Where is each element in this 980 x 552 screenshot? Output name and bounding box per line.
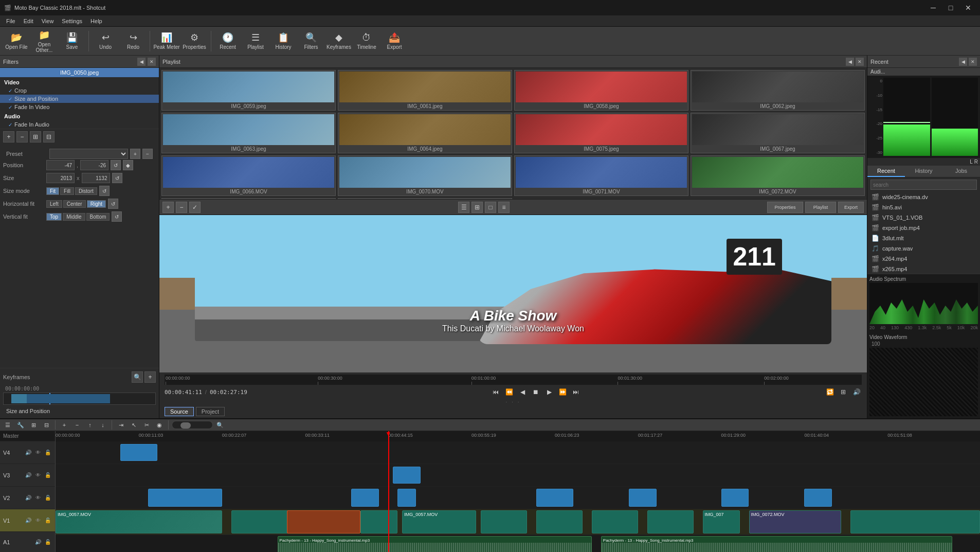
toolbar-filters[interactable]: 🔍 Filters xyxy=(298,28,324,54)
filter-fade-in-video[interactable]: ✓ Fade In Video xyxy=(0,103,159,111)
recent-item-2[interactable]: 🎬 VTS_01_1.VOB xyxy=(867,212,980,223)
recent-panel-shrink[interactable]: ◀ xyxy=(959,58,967,66)
playlist-item-1[interactable]: IMG_0061.jpeg xyxy=(338,70,512,111)
v1-clip-10[interactable]: IMG_0072.MOV xyxy=(749,510,842,533)
pl-properties-btn[interactable]: Properties xyxy=(767,202,803,213)
horiz-center-btn[interactable]: Center xyxy=(63,200,86,208)
v1-clip-11[interactable] xyxy=(850,510,980,533)
pl-add-btn[interactable]: + xyxy=(162,202,174,213)
v4-mute[interactable]: 🔊 xyxy=(24,449,32,457)
toolbar-save[interactable]: 💾 Save xyxy=(59,28,85,54)
preset-add-btn[interactable]: + xyxy=(130,149,140,159)
tl-remove-track[interactable]: − xyxy=(71,419,83,431)
v1-clip-7[interactable] xyxy=(592,510,638,533)
menu-view[interactable]: View xyxy=(38,17,58,25)
tl-track-btn[interactable]: ⊞ xyxy=(28,419,39,431)
toolbar-open-other[interactable]: 📁 Open Other... xyxy=(31,28,58,54)
recent-item-0[interactable]: 🎬 wide25-cinema.dv xyxy=(867,192,980,202)
tl-ripple-btn[interactable]: ⇥ xyxy=(115,419,126,431)
position-x-input[interactable] xyxy=(46,160,75,170)
maximize-button[interactable]: □ xyxy=(943,0,958,15)
toolbar-redo[interactable]: ↪ Redo xyxy=(120,28,147,54)
toolbar-open-file[interactable]: 📂 Open File xyxy=(3,28,30,54)
v1-clip-4[interactable]: IMG_0057.MOV xyxy=(402,510,476,533)
v2-clip-4[interactable] xyxy=(536,489,573,507)
tl-razor-btn[interactable]: ✂ xyxy=(141,419,152,431)
v2-clip-1[interactable] xyxy=(148,489,222,507)
position-kf-btn[interactable]: ◆ xyxy=(123,160,133,170)
v1-clip-9[interactable]: IMG_007 xyxy=(703,510,740,533)
vert-top-btn[interactable]: Top xyxy=(46,213,62,221)
recent-item-7[interactable]: 🎬 x265.mp4 xyxy=(867,264,980,274)
v1-clip-highlight[interactable] xyxy=(287,510,361,533)
filter-add-btn[interactable]: + xyxy=(3,131,14,143)
transport-grid[interactable]: ⊞ xyxy=(838,387,848,397)
transport-prev-frame[interactable]: ⏪ xyxy=(504,387,514,397)
v2-clip-6[interactable] xyxy=(721,489,749,507)
preview-area[interactable]: 211 A Bike Show This Ducati by Michael W… xyxy=(159,215,867,372)
right-tab-history[interactable]: History xyxy=(905,166,942,177)
source-tab[interactable]: Source xyxy=(165,407,194,416)
v3-lock[interactable]: 🔓 xyxy=(44,471,52,479)
playlist-item-9[interactable]: IMG_0070.MOV xyxy=(338,155,512,196)
menu-edit[interactable]: Edit xyxy=(20,17,38,25)
playlist-panel-shrink[interactable]: ◀ xyxy=(846,58,854,66)
v1-clip-5[interactable] xyxy=(481,510,527,533)
recent-item-1[interactable]: 🎬 hin5.avi xyxy=(867,202,980,212)
transport-stop[interactable]: ⏹ xyxy=(531,387,541,397)
toolbar-export[interactable]: 📤 Export xyxy=(381,28,408,54)
transport-loop[interactable]: 🔁 xyxy=(825,387,835,397)
menu-settings[interactable]: Settings xyxy=(58,17,86,25)
filter-size-position[interactable]: ✓ Size and Position xyxy=(0,95,159,103)
filter-crop[interactable]: ✓ Crop xyxy=(0,86,159,95)
v3-eye[interactable]: 👁 xyxy=(34,471,42,479)
kf-zoom-in[interactable]: + xyxy=(144,371,156,383)
a1-mute[interactable]: 🔊 xyxy=(34,538,42,546)
position-y-input[interactable] xyxy=(80,160,108,170)
toolbar-history[interactable]: 📋 History xyxy=(270,28,297,54)
toolbar-undo[interactable]: ↩ Undo xyxy=(92,28,119,54)
position-reset-btn[interactable]: ↺ xyxy=(111,160,121,170)
vert-fit-reset-btn[interactable]: ↺ xyxy=(112,211,122,222)
transport-start[interactable]: ⏮ xyxy=(491,387,501,397)
filter-remove-btn[interactable]: − xyxy=(16,131,28,143)
vert-bottom-btn[interactable]: Bottom xyxy=(86,213,110,221)
v1-clip-1[interactable]: IMG_0057.MOV xyxy=(56,510,222,533)
v2-clip-7[interactable] xyxy=(804,489,832,507)
transport-end[interactable]: ⏭ xyxy=(571,387,581,397)
toolbar-recent[interactable]: 🕐 Recent xyxy=(214,28,241,54)
size-w-input[interactable] xyxy=(46,173,75,183)
toolbar-playlist[interactable]: ☰ Playlist xyxy=(242,28,269,54)
transport-next-frame[interactable]: ⏩ xyxy=(557,387,568,397)
preset-minus-btn[interactable]: − xyxy=(142,149,153,159)
v4-eye[interactable]: 👁 xyxy=(34,449,42,457)
tl-snap-btn[interactable]: 🔧 xyxy=(15,419,26,431)
v1-clip-8[interactable] xyxy=(647,510,694,533)
vert-middle-btn[interactable]: Middle xyxy=(63,213,85,221)
v4-lock[interactable]: 🔓 xyxy=(44,449,52,457)
right-tab-recent[interactable]: Recent xyxy=(867,166,905,177)
a1-clip-1[interactable]: Pachyderm - 13 - Happy_Song_instrumental… xyxy=(278,536,592,552)
filters-panel-expand[interactable]: ✕ xyxy=(148,58,156,66)
playlist-item-2[interactable]: IMG_0058.jpeg xyxy=(514,70,688,111)
v3-clip-1[interactable] xyxy=(393,467,421,484)
playlist-item-5[interactable]: IMG_0064.jpeg xyxy=(338,113,512,153)
v1-clip-3[interactable] xyxy=(360,510,397,533)
size-mode-distort[interactable]: Distort xyxy=(75,187,97,195)
size-mode-reset-btn[interactable]: ↺ xyxy=(99,186,110,196)
horiz-right-btn[interactable]: Right xyxy=(87,200,106,208)
pl-list-btn[interactable]: ☰ xyxy=(458,202,469,213)
playlist-item-3[interactable]: IMG_0062.jpeg xyxy=(691,70,865,111)
minimize-button[interactable]: ─ xyxy=(925,0,941,15)
transport-play[interactable]: ▶ xyxy=(544,387,554,397)
tl-zoom-handle[interactable] xyxy=(180,422,191,429)
toolbar-properties[interactable]: ⚙ Properties xyxy=(181,28,208,54)
playlist-item-10[interactable]: IMG_0071.MOV xyxy=(514,155,688,196)
pl-export-btn[interactable]: Export xyxy=(838,202,864,213)
v2-clip-5[interactable] xyxy=(629,489,657,507)
close-button[interactable]: ✕ xyxy=(960,0,976,15)
size-mode-fill[interactable]: Fill xyxy=(60,187,74,195)
v3-mute[interactable]: 🔊 xyxy=(24,471,32,479)
playlist-item-8[interactable]: IMG_0066.MOV xyxy=(161,155,336,196)
filter-fade-in-audio[interactable]: ✓ Fade In Audio xyxy=(0,120,159,129)
